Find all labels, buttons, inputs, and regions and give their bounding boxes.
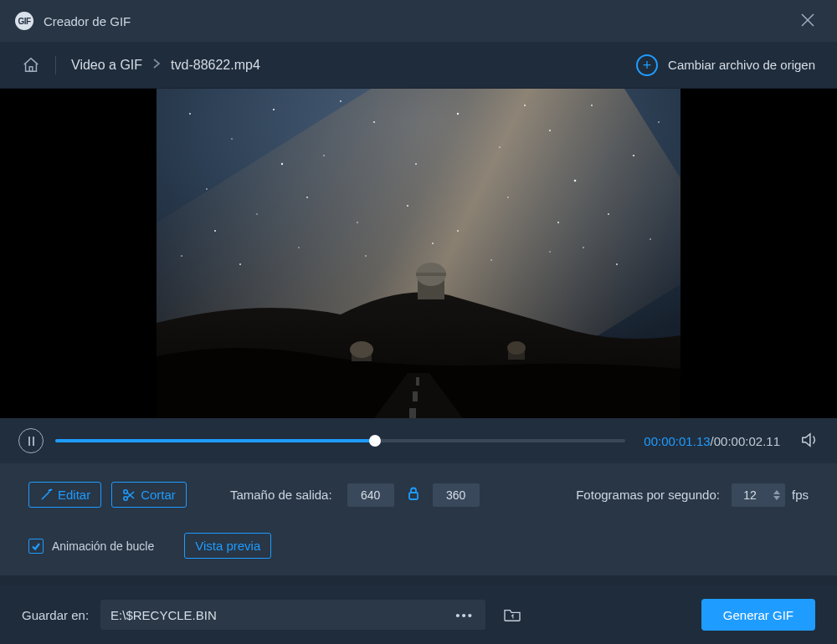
- change-source-button[interactable]: + Cambiar archivo de origen: [636, 54, 815, 76]
- video-frame[interactable]: [157, 89, 680, 418]
- svg-point-30: [432, 243, 434, 244]
- titlebar: GIF Creador de GIF: [0, 0, 837, 42]
- svg-rect-56: [409, 493, 418, 499]
- fps-step-down[interactable]: [773, 496, 780, 500]
- svg-point-18: [256, 213, 257, 214]
- svg-point-40: [583, 247, 584, 248]
- divider: [55, 56, 56, 74]
- preview-button[interactable]: Vista previa: [184, 533, 271, 559]
- svg-point-13: [549, 130, 551, 131]
- svg-point-34: [650, 238, 651, 240]
- loop-animation-checkbox[interactable]: Animación de bucle: [28, 539, 154, 554]
- fps-label: Fotogramas por segundo:: [576, 488, 720, 502]
- output-size-label: Tamaño de salida:: [230, 488, 332, 502]
- svg-point-32: [549, 251, 550, 252]
- svg-point-50: [507, 341, 526, 355]
- svg-point-25: [608, 213, 609, 215]
- settings-panel: Editar Cortar Tamaño de salida: Fotogram…: [0, 463, 837, 575]
- plus-circle-icon: +: [636, 54, 658, 76]
- svg-point-7: [273, 109, 275, 110]
- svg-point-26: [181, 255, 182, 257]
- timecode-current: 00:00:01.13: [644, 434, 710, 448]
- svg-rect-2: [29, 66, 33, 71]
- svg-point-17: [206, 188, 208, 190]
- svg-point-37: [524, 105, 526, 106]
- cut-button[interactable]: Cortar: [111, 482, 187, 508]
- svg-point-31: [490, 259, 492, 261]
- svg-point-12: [499, 146, 501, 148]
- open-folder-button[interactable]: [497, 600, 527, 630]
- change-source-label: Cambiar archivo de origen: [668, 58, 815, 72]
- video-frame-image: [157, 89, 680, 418]
- svg-point-24: [557, 222, 559, 223]
- close-button[interactable]: [793, 6, 822, 37]
- cut-button-label: Cortar: [141, 488, 176, 502]
- svg-point-38: [340, 100, 341, 102]
- footer-bar: Guardar en: E:\$RECYCLE.BIN ••• Generar …: [0, 585, 837, 644]
- svg-point-33: [616, 263, 618, 265]
- timeline-thumb[interactable]: [369, 435, 381, 447]
- pause-icon: [28, 437, 34, 446]
- svg-rect-42: [413, 391, 418, 401]
- svg-point-20: [357, 222, 358, 223]
- svg-point-9: [373, 121, 375, 123]
- output-width-input[interactable]: [347, 483, 394, 507]
- check-icon: [31, 541, 41, 551]
- save-path-input[interactable]: E:\$RECYCLE.BIN •••: [100, 600, 485, 630]
- svg-point-21: [407, 205, 408, 207]
- timecode-total: 00:00:02.11: [714, 434, 780, 448]
- svg-point-48: [350, 341, 373, 358]
- settings-row-1: Editar Cortar Tamaño de salida: Fotogram…: [28, 482, 809, 508]
- checkbox-box: [28, 539, 44, 554]
- lock-icon: [408, 487, 419, 500]
- breadcrumb-mode[interactable]: Video a GIF: [71, 58, 142, 73]
- svg-rect-43: [409, 408, 416, 418]
- svg-point-36: [281, 163, 283, 165]
- svg-line-51: [42, 492, 49, 499]
- chevron-right-icon: [152, 58, 161, 72]
- preview-button-label: Vista previa: [195, 539, 260, 553]
- generate-gif-button[interactable]: Generar GIF: [701, 599, 815, 631]
- scissors-icon: [122, 488, 136, 502]
- svg-point-15: [633, 155, 634, 156]
- browse-path-button[interactable]: •••: [454, 608, 475, 622]
- svg-point-11: [457, 113, 459, 115]
- svg-point-27: [239, 263, 241, 265]
- close-icon: [800, 13, 815, 28]
- svg-point-16: [658, 121, 660, 123]
- timeline-slider[interactable]: [55, 432, 625, 449]
- svg-point-35: [574, 180, 577, 182]
- settings-row-2: Animación de bucle Vista previa: [28, 533, 809, 559]
- svg-point-5: [189, 113, 191, 115]
- volume-icon: [800, 432, 819, 448]
- svg-rect-41: [416, 377, 419, 386]
- timeline-progress: [55, 439, 375, 442]
- video-preview: [0, 89, 837, 418]
- svg-point-19: [306, 197, 308, 198]
- fps-unit: fps: [792, 488, 809, 502]
- fps-spinner[interactable]: [732, 483, 785, 507]
- fps-step-up[interactable]: [773, 490, 780, 494]
- save-path-value: E:\$RECYCLE.BIN: [110, 608, 454, 622]
- volume-button[interactable]: [800, 432, 819, 451]
- svg-rect-46: [416, 273, 446, 276]
- aspect-lock-button[interactable]: [408, 487, 419, 503]
- app-title: Creador de GIF: [44, 14, 131, 28]
- svg-point-10: [415, 163, 417, 165]
- svg-point-23: [507, 197, 509, 198]
- home-icon: [22, 56, 40, 74]
- save-in-label: Guardar en:: [22, 608, 89, 622]
- folder-icon: [503, 607, 521, 622]
- breadcrumb-bar: Video a GIF tvd-88622.mp4 + Cambiar arch…: [0, 42, 837, 89]
- output-height-input[interactable]: [433, 483, 480, 507]
- app-gif-icon: GIF: [15, 12, 33, 30]
- edit-button[interactable]: Editar: [28, 482, 101, 508]
- loop-animation-label: Animación de bucle: [52, 539, 154, 553]
- home-button[interactable]: [22, 56, 55, 74]
- svg-point-22: [457, 230, 459, 232]
- edit-button-label: Editar: [58, 488, 90, 502]
- fps-input[interactable]: [732, 483, 768, 507]
- play-pause-button[interactable]: [18, 428, 44, 453]
- svg-point-29: [365, 255, 367, 257]
- svg-point-14: [591, 105, 593, 106]
